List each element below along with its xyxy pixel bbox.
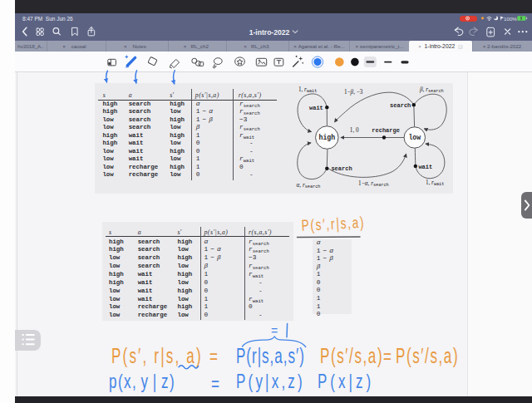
svg-text:1, rwait: 1, rwait <box>426 179 444 187</box>
svg-text:α, rsearch: α, rsearch <box>297 182 321 189</box>
svg-text:1, rwait: 1, rwait <box>298 86 317 94</box>
svg-text:1−α, rsearch: 1−α, rsearch <box>358 180 389 188</box>
svg-text:wait: wait <box>418 164 432 170</box>
svg-text:search: search <box>331 165 352 172</box>
svg-text:low: low <box>408 134 421 141</box>
svg-text:wait: wait <box>309 105 323 111</box>
svg-text:1−β, −3: 1−β, −3 <box>344 89 363 96</box>
svg-text:β, rsearch: β, rsearch <box>419 86 444 94</box>
svg-text:high: high <box>318 134 335 141</box>
svg-text:1, 0: 1, 0 <box>350 127 359 134</box>
svg-text:recharge: recharge <box>372 127 400 134</box>
svg-text:search: search <box>390 102 411 109</box>
